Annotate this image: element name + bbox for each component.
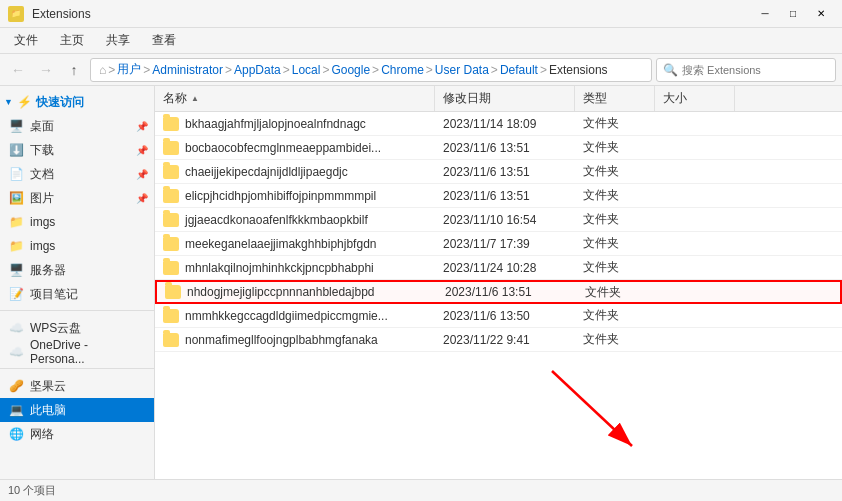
sidebar-item-downloads[interactable]: ⬇️ 下载 📌 xyxy=(0,138,154,162)
menu-view[interactable]: 查看 xyxy=(142,30,186,51)
breadcrumb-admin[interactable]: Administrator xyxy=(152,63,223,77)
table-row[interactable]: nonmafimegllfoojngplbabhmgfanaka 2023/11… xyxy=(155,328,842,352)
table-row[interactable]: elicpjhcidhpjomhibiffojpinpmmmmpil 2023/… xyxy=(155,184,842,208)
wps-icon: ☁️ xyxy=(8,320,24,336)
table-row[interactable]: meekeganelaaejjimakghhbiphjbfgdn 2023/11… xyxy=(155,232,842,256)
minimize-button[interactable]: ─ xyxy=(752,5,778,23)
notes-icon: 📝 xyxy=(8,286,24,302)
col-size-label: 大小 xyxy=(663,90,687,107)
folder-icon xyxy=(163,309,179,323)
sidebar-item-imgs1[interactable]: 📁 imgs xyxy=(0,210,154,234)
file-date: 2023/11/7 17:39 xyxy=(443,237,530,251)
col-header-date[interactable]: 修改日期 xyxy=(435,86,575,111)
file-type: 文件夹 xyxy=(583,307,619,324)
sidebar-item-pictures[interactable]: 🖼️ 图片 📌 xyxy=(0,186,154,210)
nav-bar: ← → ↑ ⌂ > 用户 > Administrator > AppData >… xyxy=(0,54,842,86)
quick-access-header[interactable]: ▼ ⚡ 快速访问 xyxy=(0,90,154,114)
file-size-cell xyxy=(655,184,735,207)
maximize-button[interactable]: □ xyxy=(780,5,806,23)
breadcrumb-sep3: > xyxy=(283,63,290,77)
menu-bar: 文件 主页 共享 查看 xyxy=(0,28,842,54)
file-type-cell: 文件夹 xyxy=(575,208,655,231)
breadcrumb-local[interactable]: Local xyxy=(292,63,321,77)
pin-icon-pictures: 📌 xyxy=(136,193,146,203)
sidebar-item-jianguoyun[interactable]: 🥜 坚果云 xyxy=(0,374,154,398)
file-name: nmmhkkegccagdldgiimedpiccmgmie... xyxy=(185,309,388,323)
breadcrumb-chrome[interactable]: Chrome xyxy=(381,63,424,77)
sidebar-item-imgs2[interactable]: 📁 imgs xyxy=(0,234,154,258)
sidebar-item-documents[interactable]: 📄 文档 📌 xyxy=(0,162,154,186)
window-title: Extensions xyxy=(32,7,91,21)
breadcrumb-users[interactable]: 用户 xyxy=(117,61,141,78)
breadcrumb-sep8: > xyxy=(540,63,547,77)
file-list-header: 名称 ▲ 修改日期 类型 大小 xyxy=(155,86,842,112)
up-button[interactable]: ↑ xyxy=(62,58,86,82)
sidebar-item-network[interactable]: 🌐 网络 xyxy=(0,422,154,446)
window-icon: 📁 xyxy=(8,6,24,22)
table-row[interactable]: jgjaeacdkonaoafenlfkkkmbaopkbilf 2023/11… xyxy=(155,208,842,232)
folder-icon xyxy=(163,189,179,203)
breadcrumb-sep6: > xyxy=(426,63,433,77)
menu-home[interactable]: 主页 xyxy=(50,30,94,51)
file-date: 2023/11/6 13:50 xyxy=(443,309,530,323)
file-name: elicpjhcidhpjomhibiffojpinpmmmmpil xyxy=(185,189,376,203)
file-date: 2023/11/6 13:51 xyxy=(443,165,530,179)
file-size-cell xyxy=(655,256,735,279)
file-type-cell: 文件夹 xyxy=(575,112,655,135)
file-date: 2023/11/6 13:51 xyxy=(445,285,532,299)
breadcrumb-default[interactable]: Default xyxy=(500,63,538,77)
sidebar-item-onedrive[interactable]: ☁️ OneDrive - Persona... xyxy=(0,340,154,364)
file-name: meekeganelaaejjimakghhbiphjbfgdn xyxy=(185,237,376,251)
imgs1-icon: 📁 xyxy=(8,214,24,230)
file-rows-container: bkhaagjahfmjljalopjnoealnfndnagc 2023/11… xyxy=(155,112,842,352)
expand-arrow-icon: ▼ xyxy=(4,97,13,107)
sidebar-label-imgs1: imgs xyxy=(30,215,55,229)
file-size-cell xyxy=(655,160,735,183)
sidebar-item-notes[interactable]: 📝 项目笔记 xyxy=(0,282,154,306)
sidebar-item-thispc[interactable]: 💻 此电脑 xyxy=(0,398,154,422)
file-date: 2023/11/6 13:51 xyxy=(443,189,530,203)
file-name-cell: bkhaagjahfmjljalopjnoealnfndnagc xyxy=(155,112,435,135)
table-row[interactable]: nmmhkkegccagdldgiimedpiccmgmie... 2023/1… xyxy=(155,304,842,328)
breadcrumb-userdata[interactable]: User Data xyxy=(435,63,489,77)
menu-file[interactable]: 文件 xyxy=(4,30,48,51)
thispc-icon: 💻 xyxy=(8,402,24,418)
table-row[interactable]: bocbaocobfecmglnmeaeppambidei... 2023/11… xyxy=(155,136,842,160)
sidebar-item-desktop[interactable]: 🖥️ 桌面 📌 xyxy=(0,114,154,138)
file-size-cell xyxy=(655,112,735,135)
documents-icon: 📄 xyxy=(8,166,24,182)
col-date-label: 修改日期 xyxy=(443,90,491,107)
search-input[interactable] xyxy=(682,64,829,76)
menu-share[interactable]: 共享 xyxy=(96,30,140,51)
table-row[interactable]: chaeijjekipecdajnijdldljipaegdjc 2023/11… xyxy=(155,160,842,184)
breadcrumb-sep1: > xyxy=(143,63,150,77)
file-size-cell xyxy=(655,232,735,255)
col-header-name[interactable]: 名称 ▲ xyxy=(155,86,435,111)
back-button[interactable]: ← xyxy=(6,58,30,82)
table-row[interactable]: bkhaagjahfmjljalopjnoealnfndnagc 2023/11… xyxy=(155,112,842,136)
sidebar-item-server[interactable]: 🖥️ 服务器 xyxy=(0,258,154,282)
file-size-cell xyxy=(655,304,735,327)
sidebar-label-imgs2: imgs xyxy=(30,239,55,253)
file-name-cell: meekeganelaaejjimakghhbiphjbfgdn xyxy=(155,232,435,255)
col-header-type[interactable]: 类型 xyxy=(575,86,655,111)
file-type: 文件夹 xyxy=(583,259,619,276)
search-box[interactable]: 🔍 xyxy=(656,58,836,82)
breadcrumb[interactable]: ⌂ > 用户 > Administrator > AppData > Local… xyxy=(90,58,652,82)
table-row[interactable]: mhnlakqilnojmhinhkckjpncpbhabphi 2023/11… xyxy=(155,256,842,280)
sidebar-label-wps: WPS云盘 xyxy=(30,320,81,337)
file-name: bkhaagjahfmjljalopjnoealnfndnagc xyxy=(185,117,366,131)
breadcrumb-google[interactable]: Google xyxy=(331,63,370,77)
col-header-size[interactable]: 大小 xyxy=(655,86,735,111)
pin-icon-documents: 📌 xyxy=(136,169,146,179)
table-row[interactable]: nhdogjmejiglipccpnnnanhbledajbpd 2023/11… xyxy=(155,280,842,304)
file-date-cell: 2023/11/14 18:09 xyxy=(435,112,575,135)
breadcrumb-appdata[interactable]: AppData xyxy=(234,63,281,77)
close-button[interactable]: ✕ xyxy=(808,5,834,23)
quick-access-icon: ⚡ xyxy=(17,95,32,109)
sidebar-item-wps[interactable]: ☁️ WPS云盘 xyxy=(0,316,154,340)
file-date: 2023/11/10 16:54 xyxy=(443,213,536,227)
breadcrumb-sep0: > xyxy=(108,63,115,77)
sidebar-label-thispc: 此电脑 xyxy=(30,402,66,419)
forward-button[interactable]: → xyxy=(34,58,58,82)
